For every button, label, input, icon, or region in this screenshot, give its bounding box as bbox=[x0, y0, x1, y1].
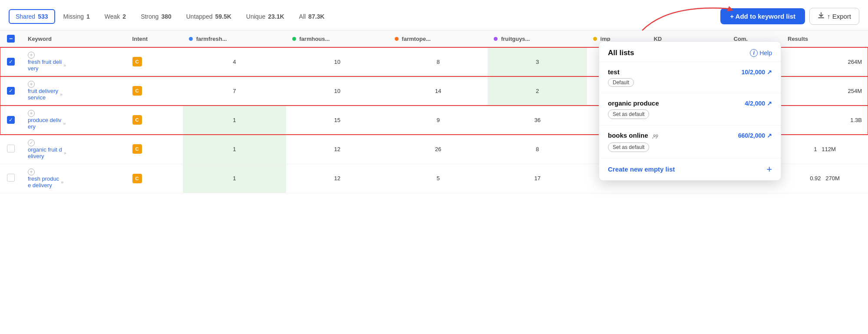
tab-missing-label: Missing bbox=[63, 13, 84, 20]
tab-all-count: 87.3K bbox=[308, 13, 324, 20]
tab-unique[interactable]: Unique 23.1K bbox=[240, 10, 291, 23]
row3-keyword-cell: + produce delivery » bbox=[22, 106, 126, 135]
add-to-keyword-list-button[interactable]: + Add to keyword list bbox=[720, 8, 805, 24]
row3-add-icon[interactable]: + bbox=[28, 110, 35, 117]
row2-keyword-link[interactable]: fruit deliveryservice » bbox=[28, 88, 120, 101]
col-intent-header: Intent bbox=[126, 30, 183, 47]
list-name-organic: organic produce bbox=[608, 99, 659, 107]
row1-col1: 4 bbox=[183, 47, 286, 76]
row5-intent-cell: C bbox=[126, 164, 183, 193]
list-count-test[interactable]: 10/2,000 ↗ bbox=[742, 69, 772, 76]
row1-checkbox-cell[interactable]: ✓ bbox=[0, 47, 22, 76]
tab-weak-count: 2 bbox=[122, 13, 126, 20]
ext-link-icon-organic: ↗ bbox=[767, 100, 772, 107]
list-item-test: test 10/2,000 ↗ Default bbox=[599, 62, 781, 93]
export-button[interactable]: ↑ Export bbox=[809, 8, 859, 25]
row3-intent-cell: C bbox=[126, 106, 183, 135]
row4-checkbox-cell[interactable] bbox=[0, 135, 22, 164]
row1-col2: 10 bbox=[286, 47, 389, 76]
dot-farmhous bbox=[292, 37, 296, 41]
list-badge-row-books: Set as default bbox=[608, 142, 772, 152]
col-select-all[interactable]: − bbox=[0, 30, 22, 47]
tab-all[interactable]: All 87.3K bbox=[293, 10, 331, 23]
create-plus-icon: + bbox=[766, 165, 772, 174]
row4-intent-cell: C bbox=[126, 135, 183, 164]
tab-shared[interactable]: Shared 533 bbox=[9, 9, 55, 24]
list-name-books: books online bbox=[608, 132, 659, 140]
list-name-test: test bbox=[608, 68, 620, 76]
row5-add-icon[interactable]: + bbox=[28, 169, 35, 175]
row2-col1: 7 bbox=[183, 76, 286, 106]
tab-untapped-count: 59.5K bbox=[215, 13, 231, 20]
deselect-all-icon[interactable]: − bbox=[7, 35, 15, 43]
col-keyword-header: Keyword bbox=[22, 30, 126, 47]
row2-keyword-text: fruit deliveryservice bbox=[28, 88, 58, 101]
row5-intent-badge: C bbox=[132, 174, 142, 183]
tab-missing[interactable]: Missing 1 bbox=[57, 10, 96, 23]
row4-keyword-cell: ✓ organic fruit delivery » bbox=[22, 135, 126, 164]
row5-chevron-icon: » bbox=[61, 179, 63, 185]
row5-checkbox-cell[interactable] bbox=[0, 164, 22, 193]
dropdown-header: All lists i Help bbox=[599, 42, 781, 62]
row1-keyword-link[interactable]: fresh fruit delivery » bbox=[28, 59, 120, 72]
row2-add-icon[interactable]: + bbox=[28, 81, 35, 88]
list-badge-row-organic: Set as default bbox=[608, 109, 772, 119]
row3-col1: 1 bbox=[183, 106, 286, 135]
row3-checkbox-cell[interactable]: ✓ bbox=[0, 106, 22, 135]
dot-farmtope bbox=[395, 37, 399, 41]
row3-intent-badge: C bbox=[132, 115, 142, 125]
row4-col3: 26 bbox=[389, 135, 488, 164]
row2-checkbox-cell[interactable]: ✓ bbox=[0, 76, 22, 106]
set-default-button-organic[interactable]: Set as default bbox=[608, 109, 649, 119]
dropdown-title: All lists bbox=[608, 49, 634, 57]
set-default-button-books[interactable]: Set as default bbox=[608, 142, 649, 152]
list-count-organic[interactable]: 4/2,000 ↗ bbox=[745, 100, 772, 107]
dot-imp bbox=[593, 37, 597, 41]
row5-checkbox[interactable] bbox=[7, 174, 15, 182]
row2-chevron-icon: » bbox=[60, 92, 63, 97]
tab-strong[interactable]: Strong 380 bbox=[134, 10, 178, 23]
dropdown-help-link[interactable]: i Help bbox=[750, 49, 772, 57]
tab-unique-count: 23.1K bbox=[268, 13, 284, 20]
row2-checkbox[interactable]: ✓ bbox=[7, 87, 15, 95]
create-new-list-button[interactable]: Create new empty list + bbox=[599, 159, 781, 180]
row2-intent-cell: C bbox=[126, 76, 183, 106]
row4-checkbox[interactable] bbox=[7, 145, 15, 152]
export-label: ↑ Export bbox=[827, 13, 851, 20]
list-item-organic-row: organic produce 4/2,000 ↗ bbox=[608, 99, 772, 107]
lock-icon bbox=[652, 132, 659, 140]
row1-checkbox[interactable]: ✓ bbox=[7, 58, 15, 66]
tab-strong-label: Strong bbox=[141, 13, 158, 20]
row1-add-icon[interactable]: + bbox=[28, 52, 35, 59]
row1-keyword-text: fresh fruit delivery bbox=[28, 59, 62, 72]
tab-shared-label: Shared bbox=[16, 13, 35, 20]
row4-keyword-link[interactable]: organic fruit delivery » bbox=[28, 146, 120, 159]
row5-results-com: 0.92 270M bbox=[782, 164, 868, 193]
row3-checkbox[interactable]: ✓ bbox=[7, 116, 15, 124]
tab-strong-count: 380 bbox=[161, 13, 171, 20]
ext-link-icon-test: ↗ bbox=[767, 69, 772, 76]
tab-untapped[interactable]: Untapped 59.5K bbox=[180, 10, 238, 23]
row3-col2: 15 bbox=[286, 106, 389, 135]
row2-col3: 14 bbox=[389, 76, 488, 106]
row4-intent-badge: C bbox=[132, 144, 142, 154]
row5-col2: 12 bbox=[286, 164, 389, 193]
tab-weak[interactable]: Weak 2 bbox=[98, 10, 132, 23]
row3-col4: 36 bbox=[488, 106, 587, 135]
tab-all-label: All bbox=[299, 13, 306, 20]
dot-farmfresh bbox=[189, 37, 193, 41]
tab-unique-label: Unique bbox=[246, 13, 265, 20]
tab-untapped-label: Untapped bbox=[186, 13, 213, 20]
row4-check-icon[interactable]: ✓ bbox=[28, 139, 35, 146]
tab-weak-label: Weak bbox=[105, 13, 120, 20]
list-item-organic: organic produce 4/2,000 ↗ Set as default bbox=[599, 93, 781, 126]
row5-keyword-link[interactable]: fresh produce delivery » bbox=[28, 175, 120, 188]
row1-chevron-icon: » bbox=[63, 63, 66, 68]
row2-col4: 2 bbox=[488, 76, 587, 106]
row3-keyword-link[interactable]: produce delivery » bbox=[28, 117, 120, 130]
svg-point-1 bbox=[653, 135, 655, 136]
col-farmhous-header: farmhous... bbox=[286, 30, 389, 47]
tab-missing-count: 1 bbox=[86, 13, 90, 20]
list-count-books[interactable]: 660/2,000 ↗ bbox=[738, 132, 772, 139]
row1-col4: 3 bbox=[488, 47, 587, 76]
